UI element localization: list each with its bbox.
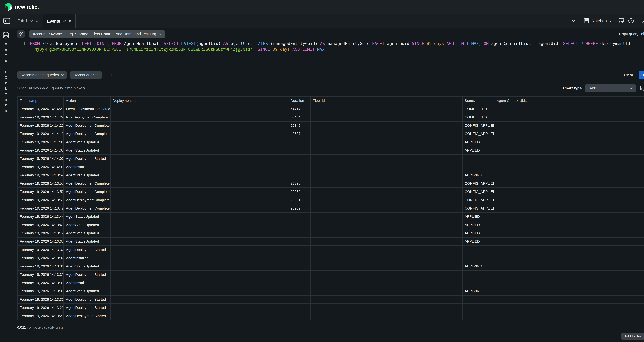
chevron-down-icon[interactable]: [30, 20, 33, 22]
run-button[interactable]: Run: [638, 71, 644, 79]
copy-query-link-button[interactable]: Copy query link: [619, 32, 644, 36]
tab-tab1[interactable]: Tab 1 ×: [14, 14, 42, 28]
column-header[interactable]: Status: [462, 96, 494, 105]
chevron-down-icon[interactable]: [63, 20, 66, 22]
table-cell: [310, 179, 462, 188]
table-row[interactable]: February 19, 2026 14:13:30AgentDeploymen…: [18, 295, 644, 304]
table-row[interactable]: February 19, 2026 14:13:37AgentInstalled: [18, 254, 644, 262]
table-row[interactable]: February 19, 2026 14:14:06AgentStatusUpd…: [18, 138, 644, 146]
table-cell: [288, 221, 310, 229]
table-row[interactable]: February 19, 2026 14:13:59AgentStatusUpd…: [18, 171, 644, 179]
table-cell: 60454: [288, 113, 310, 121]
collapse-window-icon[interactable]: [642, 18, 644, 24]
add-tab-button[interactable]: +: [76, 14, 88, 28]
table-row[interactable]: February 19, 2026 14:13:31AgentStatusUpd…: [18, 287, 644, 295]
feedback-icon[interactable]: [619, 18, 624, 24]
column-header[interactable]: Fleet Id: [310, 96, 462, 105]
recommended-queries-button[interactable]: Recommended queries: [17, 72, 67, 79]
recommended-queries-label: Recommended queries: [20, 73, 59, 77]
clear-button[interactable]: Clear: [624, 73, 633, 77]
tab-events[interactable]: Events ×: [42, 14, 76, 28]
table-cell: February 19, 2026 14:13:50: [18, 196, 64, 204]
table-cell: [494, 171, 644, 179]
table-row[interactable]: February 19, 2026 14:14:10AgentDeploymen…: [18, 130, 644, 138]
help-icon[interactable]: ?: [628, 18, 634, 24]
table-cell: [310, 171, 462, 179]
table-cell: February 19, 2026 14:13:57: [18, 179, 64, 188]
close-icon[interactable]: ×: [36, 19, 38, 23]
table-cell: [494, 105, 644, 113]
table-cell: [110, 254, 288, 262]
column-header[interactable]: Duration: [288, 96, 310, 105]
database-icon: [3, 32, 9, 39]
new-relic-logo-icon[interactable]: [5, 3, 12, 11]
account-picker[interactable]: Account: 6425865 - Org. Storage - Fleet …: [29, 30, 166, 38]
notebooks-button[interactable]: Notebooks: [584, 18, 611, 24]
table-cell: AgentStatusUpdated: [64, 212, 110, 221]
table-cell: APPLIED: [462, 221, 494, 229]
recent-queries-button[interactable]: Recent queries: [70, 72, 102, 79]
table-cell: [110, 237, 288, 246]
table-row[interactable]: February 19, 2026 14:14:00AgentDeploymen…: [18, 154, 644, 163]
column-header[interactable]: Deployment Id: [110, 96, 288, 105]
table-cell: [462, 304, 494, 312]
table-cell: [110, 138, 288, 146]
table-cell: [310, 279, 462, 287]
table-row[interactable]: February 19, 2026 14:14:00AgentInstalled: [18, 163, 644, 171]
table-cell: [110, 287, 288, 295]
query-console-icon[interactable]: [0, 14, 14, 28]
table-row[interactable]: February 19, 2026 14:13:36AgentStatusUpd…: [18, 262, 644, 270]
table-row[interactable]: February 19, 2026 14:14:29RingDeployment…: [18, 113, 644, 121]
table-cell: [494, 188, 644, 196]
table-cell: February 19, 2026 14:13:43: [18, 221, 64, 229]
data-explorer-rail[interactable]: DATA EXPLORER: [0, 28, 12, 342]
edit-chart-icon[interactable]: [640, 86, 644, 91]
table-row[interactable]: February 19, 2026 14:13:52AgentDeploymen…: [18, 188, 644, 196]
table-cell: February 19, 2026 14:13:42: [18, 229, 64, 237]
close-icon[interactable]: ×: [69, 19, 71, 23]
table-cell: CONFIG_APPLIED: [462, 179, 494, 188]
table-cell: 40537: [288, 130, 310, 138]
table-row[interactable]: February 19, 2026 14:13:44AgentStatusUpd…: [18, 212, 644, 221]
table-row[interactable]: February 19, 2026 14:14:20AgentDeploymen…: [18, 122, 644, 130]
table-cell: [288, 154, 310, 163]
chart-type-select[interactable]: Table: [585, 84, 636, 92]
add-to-dashboard-button[interactable]: Add to dashboard: [621, 333, 644, 340]
table-row[interactable]: February 19, 2026 14:13:42AgentStatusUpd…: [18, 229, 644, 237]
divider: [105, 72, 105, 79]
table-row[interactable]: February 19, 2026 14:13:31AgentDeploymen…: [18, 270, 644, 279]
table-row[interactable]: February 19, 2026 14:14:05AgentStatusUpd…: [18, 146, 644, 154]
line-number: [12, 46, 30, 52]
table-cell: AgentInstalled: [64, 279, 110, 287]
table-cell: AgentDeploymentCompleted: [64, 196, 110, 204]
table-cell: AgentDeploymentCompleted: [64, 188, 110, 196]
column-header[interactable]: Action: [64, 96, 110, 105]
table-row[interactable]: February 19, 2026 14:13:43AgentStatusUpd…: [18, 221, 644, 229]
table-cell: CONFIG_APPLIED: [462, 130, 494, 138]
table-row[interactable]: February 19, 2026 14:13:37AgentStatusUpd…: [18, 237, 644, 246]
table-cell: AgentInstalled: [64, 163, 110, 171]
ai-assist-button[interactable]: [17, 30, 25, 38]
table-row[interactable]: February 19, 2026 14:13:29AgentDeploymen…: [18, 304, 644, 312]
table-row[interactable]: February 19, 2026 14:13:37AgentDeploymen…: [18, 246, 644, 254]
table-row[interactable]: February 19, 2026 14:13:50AgentDeploymen…: [18, 196, 644, 204]
table-cell: [110, 171, 288, 179]
nrql-editor[interactable]: 1 FROM FleetDeployment LEFT JOIN ( FROM …: [12, 39, 644, 69]
account-picker-label: Account: 6425865 - Org. Storage - Fleet …: [33, 32, 156, 36]
table-row[interactable]: February 19, 2026 14:13:57AgentDeploymen…: [18, 179, 644, 188]
column-header[interactable]: Agent Control Uids: [494, 96, 644, 105]
table-row[interactable]: February 19, 2026 14:13:29AgentDeploymen…: [18, 312, 644, 320]
table-cell: APPLYING: [462, 287, 494, 295]
table-cell: CONFIG_APPLIED: [462, 188, 494, 196]
column-header[interactable]: Timestamp: [18, 96, 64, 105]
table-row[interactable]: February 19, 2026 14:13:49AgentDeploymen…: [18, 204, 644, 212]
logo-text[interactable]: new relic.: [15, 4, 39, 10]
collapse-panel-chevron-icon[interactable]: [571, 19, 576, 22]
table-cell: AgentDeploymentStarted: [64, 270, 110, 279]
table-cell: [494, 254, 644, 262]
add-query-button[interactable]: +: [108, 72, 114, 78]
table-row[interactable]: February 19, 2026 14:14:29FleetDeploymen…: [18, 105, 644, 113]
table-cell: February 19, 2026 14:13:31: [18, 279, 64, 287]
table-row[interactable]: February 19, 2026 14:13:31AgentInstalled: [18, 279, 644, 287]
brand-header: new relic.: [0, 0, 644, 14]
